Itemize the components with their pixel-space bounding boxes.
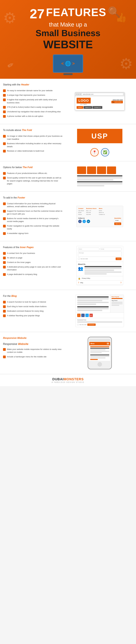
- mobile-content: [89, 345, 110, 361]
- comment-line: [77, 322, 122, 322]
- header-feature-5: Uncluttered top navigation that stands c…: [3, 110, 64, 113]
- feature-text: A dedicated privacy policy page in case …: [7, 266, 64, 271]
- mock-nav-about: About Us: [83, 106, 92, 109]
- responsive-section-right: Menu: [67, 337, 133, 369]
- bullet-icon: [3, 266, 6, 268]
- about-line: [84, 270, 114, 271]
- blog-row: ? Blog ?: [76, 280, 123, 285]
- brand-dubai: DUBAI: [52, 377, 64, 381]
- brand-name: DUBAIMONSTERS: [3, 377, 133, 381]
- bullet-icon: [3, 256, 6, 259]
- phone-icon: 📞: [113, 101, 114, 103]
- feature-text: Contact information for your business in…: [7, 202, 64, 208]
- fold-feature-2: Business information including location …: [3, 142, 64, 148]
- feature-text: A unique logo that represents your busin…: [7, 94, 45, 97]
- feature-text: Support for business hours so that the c…: [7, 210, 64, 216]
- content-line: [77, 185, 104, 186]
- inner-pages-section: Features of the Inner Pages A contact fo…: [0, 242, 136, 290]
- about-text-lines: [84, 266, 122, 274]
- menu-col-items: HomeAbout UsContact Us: [99, 210, 105, 216]
- footer-cols: Contact City StreetEmailPhone Business H…: [78, 208, 121, 216]
- feature-text: Business information including location …: [7, 142, 64, 148]
- blog-line: [77, 304, 96, 305]
- mobile-speaker: [89, 340, 110, 341]
- bullet-icon: [3, 261, 6, 264]
- content-line: [77, 183, 122, 184]
- bullet-icon: [3, 225, 6, 228]
- comments-button[interactable]: Comments: [87, 324, 96, 326]
- signup-button[interactable]: Sign Up: [114, 222, 121, 225]
- blog-share-row: ⬡ f t g+: [76, 312, 124, 318]
- recaptcha-text: I am not a robot: [79, 324, 87, 325]
- responsive-feature-1: Make your website mobile responsive for …: [3, 348, 64, 354]
- form-bottom: I am not a robot Send: [78, 258, 122, 260]
- content-line: [77, 181, 122, 182]
- feature-text: An about us page: [7, 256, 22, 259]
- facebook-share-icon: f: [81, 314, 85, 317]
- mock-logo: LOGO: [77, 98, 91, 104]
- bullet-icon: [3, 106, 6, 109]
- mobile-line: [90, 349, 105, 350]
- mock-tagline: your Tagline: [77, 104, 91, 105]
- mobile-line: [90, 351, 109, 352]
- hamburger-menu-icon[interactable]: [107, 343, 109, 344]
- send-button[interactable]: Send: [116, 258, 122, 260]
- feature-text: A newsletter signup form: [7, 232, 28, 235]
- mobile-menu-label: Menu: [90, 343, 94, 344]
- mobile-line: [90, 346, 109, 347]
- inner-feature-5: A page dedicated to company blog: [3, 273, 64, 276]
- blog-line: [77, 308, 109, 309]
- header-feature-4: CTA (Call to Action) button that is easi…: [3, 106, 64, 109]
- product-box: [97, 166, 106, 174]
- blog-main-area: Most Popular Tag Cloud: [76, 295, 124, 312]
- blog-section-right: Most Popular Tag Cloud ⬡ f t g+: [67, 295, 133, 327]
- inner-pages-title: Features of the Inner Pages: [3, 246, 64, 250]
- responsive-section-left: Responsive Website Responsive Website Ma…: [3, 337, 67, 369]
- feature-text: Each blog to have social media share but…: [7, 305, 47, 308]
- recaptcha-label: I am not a robot: [80, 258, 88, 259]
- social-icons-row: f t in: [78, 220, 90, 223]
- bullet-icon: [3, 98, 6, 101]
- below-fold-mockup: [77, 166, 122, 186]
- newsletter-input[interactable]: Email...: [114, 219, 121, 222]
- blog-feature-1: A search function to look for topics of …: [3, 300, 64, 304]
- feature-text: Good quality content for the user to get…: [7, 176, 64, 185]
- blog-content: [76, 295, 110, 312]
- fold-feature-1: An image or slider that shows unique poi…: [3, 134, 64, 140]
- lock-icon: 🔒: [78, 277, 80, 280]
- sidebar-item: [112, 298, 123, 299]
- bullet-icon: [3, 273, 6, 276]
- browser-dot: [76, 94, 77, 95]
- email-input-mock: Email: [100, 248, 122, 251]
- footer-features-right: Contact City StreetEmailPhone Business H…: [67, 196, 133, 236]
- mock-header-content: LOGO your Tagline (000)-0000-0000 📞 Call…: [75, 96, 124, 110]
- blog-line: [77, 298, 109, 300]
- footer-newsletter-area: Newsletter Email... Sign Up: [114, 218, 121, 225]
- footer-contact-col: Contact City StreetEmailPhone: [78, 208, 84, 216]
- about-line: [84, 266, 122, 267]
- blog-line: [77, 300, 102, 301]
- fold-info-icons: 📍 ✅: [77, 148, 122, 156]
- bullet-icon: [3, 232, 6, 235]
- about-content: 👥: [78, 266, 122, 274]
- bullet-icon: [3, 90, 6, 92]
- responsive-title: Responsive Website: [3, 337, 64, 340]
- sidebar-tag-cloud: Tag Cloud: [112, 300, 123, 301]
- bullet-icon: [3, 135, 6, 138]
- contact-col-title: Contact: [78, 208, 84, 209]
- privacy-policy-label: Privacy Policy: [82, 278, 90, 279]
- facebook-icon: f: [78, 220, 82, 223]
- newsletter-label: Newsletter: [114, 218, 121, 219]
- feature-text: A contact form for your business: [7, 252, 35, 255]
- fold-feature-3: Reviews or video testimonials to build t…: [3, 150, 64, 152]
- header-mockup: www.domain.com LOGO your Tagline (000)-0…: [75, 92, 125, 110]
- bullet-icon: [3, 301, 6, 304]
- hero-line3: Small Business: [30, 28, 106, 38]
- blog-icon: ?: [78, 282, 79, 284]
- mock-logo-area: LOGO your Tagline: [77, 98, 91, 105]
- mobile-line: [90, 348, 109, 349]
- footer-hours-col: Business Hours Mon - Fri9:00 PM5:00 PM: [86, 208, 97, 216]
- bullet-icon: [3, 314, 6, 317]
- browser-dot: [78, 94, 79, 95]
- feature-text: Include a hamburger menu for the mobile …: [7, 355, 47, 358]
